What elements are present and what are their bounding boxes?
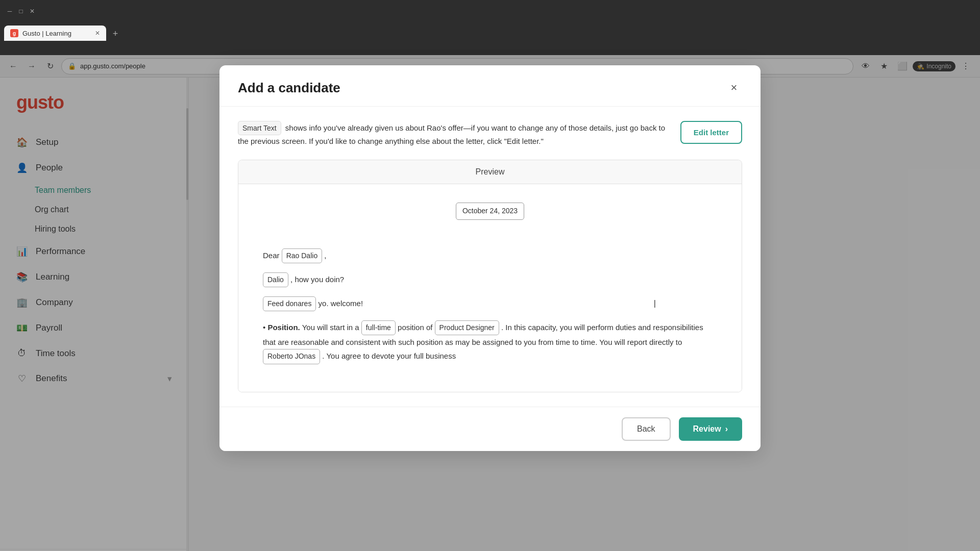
- close-window-button[interactable]: ✕: [29, 8, 36, 15]
- full-time-tag: full-time: [361, 320, 396, 335]
- preview-header: Preview: [238, 160, 742, 184]
- modal-overlay: Add a candidate × Smart Text shows info …: [0, 55, 980, 551]
- review-button[interactable]: Review ›: [679, 417, 742, 441]
- modal-title: Add a candidate: [238, 80, 340, 96]
- maximize-button[interactable]: □: [17, 8, 24, 15]
- bullet: •: [263, 323, 267, 332]
- product-designer-tag: Product Designer: [435, 320, 499, 335]
- back-button[interactable]: Back: [622, 417, 671, 441]
- tab-bar: g Gusto | Learning ✕ +: [0, 22, 980, 41]
- tab-close-button[interactable]: ✕: [95, 30, 100, 37]
- modal-body: Smart Text shows info you've already giv…: [219, 107, 761, 407]
- info-description: shows info you've already given us about…: [238, 123, 665, 145]
- tab-title: Gusto | Learning: [22, 30, 71, 37]
- position-text4: . You agree to devote your full business: [322, 352, 456, 360]
- modal-header: Add a candidate ×: [219, 65, 761, 107]
- position-line: • Position. You will start in a full-tim…: [263, 320, 717, 364]
- roberto-tag: Roberto JOnas: [263, 349, 320, 364]
- modal-footer: Back Review ›: [219, 407, 761, 451]
- name-line: Dalio , how you doin?: [263, 272, 717, 287]
- tab-favicon: g: [10, 29, 18, 37]
- position-text2: position of: [398, 323, 432, 332]
- arrow-right-icon: ›: [725, 424, 728, 434]
- smart-text-tag: Smart Text: [238, 121, 281, 135]
- minimize-button[interactable]: ─: [6, 8, 13, 15]
- add-candidate-modal: Add a candidate × Smart Text shows info …: [219, 65, 761, 451]
- feed-tag: Feed donares: [263, 296, 316, 311]
- window-controls: ─ □ ✕: [6, 8, 36, 15]
- date-tag: October 24, 2023: [456, 203, 524, 219]
- dear-line: Dear Rao Dalio ,: [263, 248, 717, 263]
- edit-letter-button[interactable]: Edit letter: [680, 121, 742, 144]
- name-tag: Dalio: [263, 272, 288, 287]
- review-label: Review: [693, 424, 721, 434]
- preview-container: Preview October 24, 2023 Dear Rao Dalio …: [238, 160, 742, 392]
- preview-body: October 24, 2023 Dear Rao Dalio , Dalio …: [238, 184, 742, 391]
- position-text1-value: You will start in a: [302, 323, 359, 332]
- comma: ,: [324, 251, 326, 260]
- name-line-rest: , how you doin?: [290, 275, 344, 284]
- position-label: Position.: [267, 323, 300, 332]
- browser-chrome: ─ □ ✕ g Gusto | Learning ✕ +: [0, 0, 980, 55]
- info-text: Smart Text shows info you've already giv…: [238, 121, 670, 147]
- titlebar: ─ □ ✕: [0, 0, 980, 22]
- new-tab-button[interactable]: +: [108, 27, 122, 41]
- feed-line-rest: yo. welcome!: [318, 299, 363, 308]
- recipient-tag: Rao Dalio: [282, 248, 322, 263]
- dear-label: Dear: [263, 251, 280, 260]
- browser-tab-active[interactable]: g Gusto | Learning ✕: [4, 26, 106, 41]
- smart-text-info: Smart Text shows info you've already giv…: [238, 121, 742, 147]
- modal-close-button[interactable]: ×: [726, 80, 742, 96]
- feed-line: Feed donares yo. welcome! |: [263, 296, 717, 311]
